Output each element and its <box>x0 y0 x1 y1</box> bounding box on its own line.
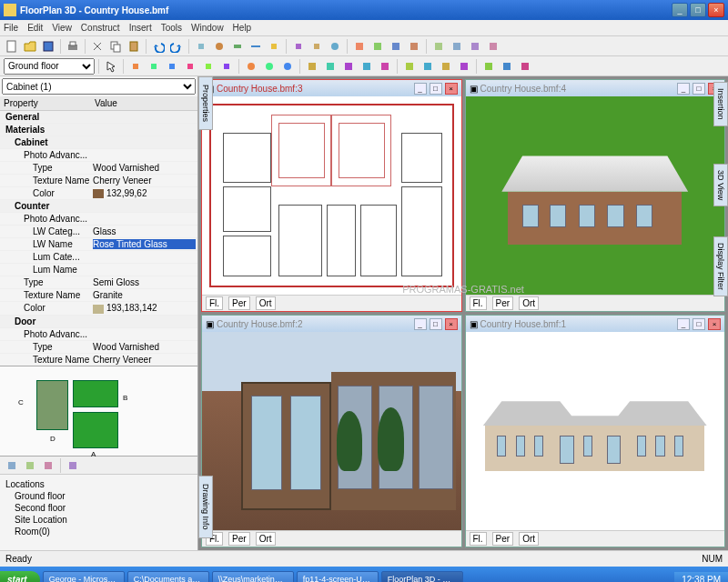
close-button[interactable]: × <box>708 3 724 17</box>
tool-icon[interactable] <box>517 58 533 75</box>
view-pane-3[interactable]: ▣Country House.bmf:3_□× <box>201 79 462 312</box>
menu-window[interactable]: Window <box>191 23 224 33</box>
tool-icon[interactable] <box>369 38 386 55</box>
location-tree[interactable]: Locations Ground floor Second floor Site… <box>0 475 197 550</box>
object-selector[interactable]: Cabinet (1) <box>2 78 196 95</box>
3dview-tab[interactable]: 3D View <box>713 164 728 206</box>
tool-icon[interactable] <box>480 58 497 75</box>
view-tab[interactable]: Ort <box>256 532 276 546</box>
view-tab[interactable]: Ort <box>519 296 539 310</box>
property-row[interactable]: Lum Cate... <box>0 251 197 264</box>
view-max-button[interactable]: □ <box>693 83 705 95</box>
undo-icon[interactable] <box>150 38 167 55</box>
tool-icon[interactable] <box>377 58 393 75</box>
loc-item[interactable]: Room(0) <box>4 526 194 537</box>
taskbar-item[interactable]: George - Microsoft O... <box>43 571 125 582</box>
property-row[interactable]: Cabinet <box>0 136 197 149</box>
tool-icon[interactable] <box>327 38 343 55</box>
property-row[interactable]: Door <box>0 316 197 328</box>
loc-tool-icon[interactable] <box>4 457 20 474</box>
property-row[interactable]: LW NameRose Tinted Glass <box>0 238 197 251</box>
taskbar-item[interactable]: C:\Documents and S... <box>127 571 209 582</box>
view-tab[interactable]: Per <box>228 296 250 310</box>
tool-icon[interactable] <box>456 58 472 75</box>
tool-icon[interactable] <box>499 58 515 75</box>
property-row[interactable]: TypeSemi Gloss <box>0 276 197 289</box>
tool-icon[interactable] <box>127 58 144 75</box>
view-min-button[interactable]: _ <box>677 318 690 330</box>
taskbar-item[interactable]: fp11-4-screen-UI-b... <box>297 571 379 582</box>
tool-icon[interactable] <box>304 58 320 75</box>
elevation-canvas[interactable] <box>466 332 725 530</box>
view-tab[interactable]: Fl. <box>470 532 487 546</box>
tool-icon[interactable] <box>359 58 375 75</box>
loc-item[interactable]: Site Location <box>4 514 194 526</box>
new-icon[interactable] <box>4 38 20 55</box>
tool-icon[interactable] <box>401 58 418 75</box>
tool-icon[interactable] <box>467 38 483 55</box>
view-tab[interactable]: Ort <box>256 296 276 310</box>
tool-icon[interactable] <box>229 38 246 55</box>
view-max-button[interactable]: □ <box>430 83 442 95</box>
property-row[interactable]: Materials <box>0 124 197 136</box>
property-row[interactable]: TypeWood Varnished <box>0 341 197 354</box>
view-close-button[interactable]: × <box>445 318 458 330</box>
tool-icon[interactable] <box>340 58 357 75</box>
loc-tool-icon[interactable] <box>65 457 81 474</box>
property-row[interactable]: Photo Advanc... <box>0 149 197 162</box>
property-row[interactable]: Counter <box>0 200 197 213</box>
display-filter-tab[interactable]: Display Filter <box>713 236 728 296</box>
tool-icon[interactable] <box>388 38 404 55</box>
tool-icon[interactable] <box>308 38 325 55</box>
tool-icon[interactable] <box>290 38 307 55</box>
tool-icon[interactable] <box>485 38 501 55</box>
minimize-button[interactable]: _ <box>672 3 688 17</box>
menu-file[interactable]: File <box>4 23 18 33</box>
open-icon[interactable] <box>22 38 38 55</box>
tool-icon[interactable] <box>430 38 447 55</box>
tool-icon[interactable] <box>164 58 180 75</box>
view-tab[interactable]: Per <box>492 296 514 310</box>
menu-view[interactable]: View <box>52 23 72 33</box>
tool-icon[interactable] <box>182 58 198 75</box>
tool-icon[interactable] <box>322 58 339 75</box>
property-row[interactable]: Texture NameGranite <box>0 289 197 302</box>
floor-selector[interactable]: Ground floor <box>4 58 95 75</box>
save-icon[interactable] <box>40 38 56 55</box>
property-row[interactable]: Photo Advanc... <box>0 213 197 226</box>
view-min-button[interactable]: _ <box>414 83 427 95</box>
tool-icon[interactable] <box>248 38 264 55</box>
menu-insert[interactable]: Insert <box>129 23 152 33</box>
start-button[interactable]: start <box>0 571 40 583</box>
view-tab[interactable]: Fl. <box>470 296 487 310</box>
view-max-button[interactable]: □ <box>430 318 442 330</box>
tool-icon[interactable] <box>438 58 454 75</box>
pointer-icon[interactable] <box>103 58 119 75</box>
3d-canvas[interactable] <box>466 96 725 295</box>
loc-root[interactable]: Locations <box>4 478 194 490</box>
drawing-info-tab[interactable]: Drawing Info <box>198 476 213 538</box>
redo-icon[interactable] <box>168 38 185 55</box>
view-pane-4[interactable]: ▣Country House.bmf:4_□× Fl.PerOrt <box>465 79 726 312</box>
property-row[interactable]: LW Categ...Glass <box>0 226 197 238</box>
tool-icon[interactable] <box>193 38 209 55</box>
view-pane-2[interactable]: ▣Country House.bmf:2_□× Fl.PerOrt <box>201 315 462 547</box>
menu-help[interactable]: Help <box>233 23 252 33</box>
property-row[interactable]: General <box>0 111 197 124</box>
property-row[interactable]: Lum Name <box>0 264 197 276</box>
tool-icon[interactable] <box>406 38 422 55</box>
view-close-button[interactable]: × <box>708 318 721 330</box>
taskbar-item[interactable]: \\Zeus\marketing\Pr... <box>212 571 294 582</box>
floorplan-canvas[interactable] <box>202 96 461 295</box>
insertion-tab[interactable]: Insertion <box>713 82 728 126</box>
property-row[interactable]: Texture NameCherry Veneer <box>0 354 197 366</box>
loc-item[interactable]: Second floor <box>4 502 194 514</box>
tool-icon[interactable] <box>261 58 278 75</box>
paste-icon[interactable] <box>126 38 142 55</box>
property-grid[interactable]: GeneralMaterialsCabinetPhoto Advanc...Ty… <box>0 111 197 366</box>
view-pane-1[interactable]: ▣Country House.bmf:1_□× Fl.PerOr <box>465 315 726 547</box>
view-close-button[interactable]: × <box>445 83 458 95</box>
tool-icon[interactable] <box>211 38 228 55</box>
view-min-button[interactable]: _ <box>414 318 427 330</box>
view-tab[interactable]: Per <box>228 532 250 546</box>
